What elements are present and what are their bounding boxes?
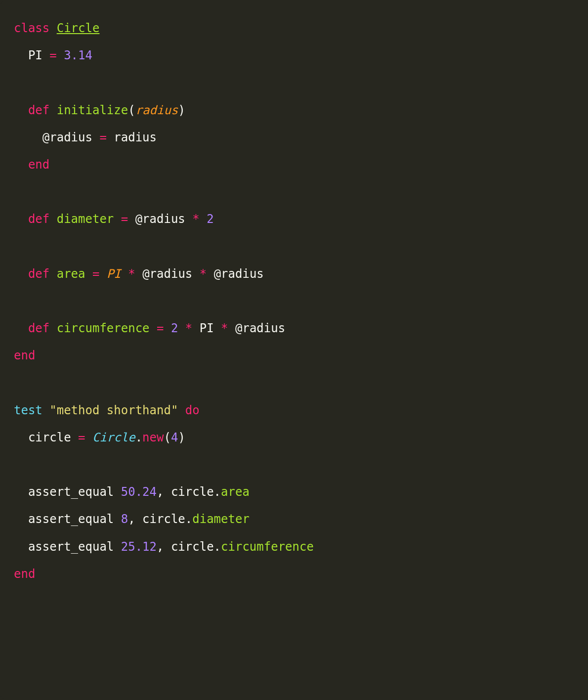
code-token: (: [164, 431, 170, 444]
code-token: 3.14: [64, 48, 92, 62]
ruby-source: class Circle PI = 3.14 def initialize(ra…: [14, 21, 314, 581]
code-token: [42, 403, 49, 417]
code-token: , circle.: [128, 512, 192, 526]
code-token: def: [28, 212, 49, 226]
code-token: ): [178, 103, 185, 117]
code-token: assert_equal: [14, 485, 121, 499]
code-token: [57, 48, 64, 62]
code-line: end: [14, 567, 35, 581]
code-line: assert_equal 50.24, circle.area: [14, 485, 250, 499]
code-token: diameter: [57, 212, 114, 226]
code-token: radius: [135, 103, 178, 117]
code-token: PI: [192, 321, 221, 335]
code-token: area: [57, 267, 85, 281]
code-token: circle: [14, 431, 78, 444]
code-token: =: [92, 267, 99, 281]
code-token: circumference: [57, 321, 150, 335]
code-token: do: [185, 403, 200, 417]
code-line: end: [14, 349, 35, 362]
code-token: area: [221, 485, 250, 499]
code-token: PI: [107, 267, 121, 281]
code-token: [164, 321, 170, 335]
code-token: [150, 321, 157, 335]
code-token: @radius: [135, 267, 200, 281]
code-token: @radius: [228, 321, 286, 335]
code-token: def: [28, 103, 49, 117]
code-token: end: [28, 158, 49, 172]
code-token: assert_equal: [14, 512, 121, 526]
code-line: @radius = radius: [14, 131, 157, 144]
code-token: PI: [14, 48, 49, 62]
code-token: 25.12: [121, 540, 157, 554]
code-line: class Circle: [14, 21, 99, 35]
code-line: def area = PI * @radius * @radius: [14, 267, 264, 281]
code-token: test: [14, 403, 42, 417]
code-token: *: [200, 267, 207, 281]
code-token: [14, 321, 28, 335]
code-token: [200, 212, 207, 226]
code-token: class: [14, 21, 49, 35]
code-token: *: [185, 321, 192, 335]
code-token: [49, 21, 56, 35]
code-token: [14, 212, 28, 226]
code-token: [14, 103, 28, 117]
code-token: =: [78, 431, 85, 444]
code-token: Circle: [57, 21, 100, 35]
code-token: [121, 267, 128, 281]
code-token: "method shorthand": [49, 403, 178, 417]
code-token: end: [14, 567, 35, 581]
code-line: def diameter = @radius * 2: [14, 212, 214, 226]
code-token: diameter: [192, 512, 250, 526]
code-token: ): [178, 431, 185, 444]
code-token: [14, 267, 28, 281]
code-token: [49, 103, 56, 117]
code-token: new: [142, 431, 164, 444]
code-token: circumference: [221, 540, 314, 554]
code-line: PI = 3.14: [14, 48, 92, 62]
code-token: radius: [107, 131, 157, 144]
code-token: =: [121, 212, 128, 226]
code-token: def: [28, 267, 49, 281]
code-line: assert_equal 25.12, circle.circumference: [14, 540, 314, 554]
code-token: [99, 267, 106, 281]
code-token: [49, 267, 56, 281]
code-line: end: [14, 158, 49, 172]
code-token: .: [135, 431, 142, 444]
code-token: [178, 321, 185, 335]
code-token: 4: [171, 431, 178, 444]
code-token: 2: [171, 321, 178, 335]
code-line: def circumference = 2 * PI * @radius: [14, 321, 285, 335]
code-token: *: [221, 321, 228, 335]
code-token: =: [49, 48, 56, 62]
code-token: @radius: [14, 131, 99, 144]
code-token: =: [157, 321, 164, 335]
code-token: (: [128, 103, 135, 117]
code-line: test "method shorthand" do: [14, 403, 200, 417]
code-token: [85, 267, 92, 281]
code-line: circle = Circle.new(4): [14, 431, 185, 444]
code-token: 2: [207, 212, 213, 226]
code-token: 50.24: [121, 485, 157, 499]
code-line: def initialize(radius): [14, 103, 185, 117]
code-token: *: [192, 212, 199, 226]
code-token: Circle: [92, 431, 135, 444]
code-token: assert_equal: [14, 540, 121, 554]
code-token: *: [128, 267, 135, 281]
code-token: =: [99, 131, 106, 144]
code-token: [85, 431, 92, 444]
code-token: initialize: [57, 103, 128, 117]
code-block: class Circle PI = 3.14 def initialize(ra…: [0, 0, 588, 700]
code-token: [49, 321, 56, 335]
code-token: , circle.: [157, 485, 221, 499]
code-line: assert_equal 8, circle.diameter: [14, 512, 250, 526]
code-token: [49, 212, 56, 226]
code-token: def: [28, 321, 49, 335]
code-token: , circle.: [157, 540, 221, 554]
code-token: [14, 158, 28, 172]
code-token: end: [14, 349, 35, 362]
code-token: @radius: [207, 267, 264, 281]
code-token: @radius: [128, 212, 192, 226]
code-token: [178, 403, 185, 417]
code-token: [114, 212, 121, 226]
code-token: 8: [121, 512, 128, 526]
